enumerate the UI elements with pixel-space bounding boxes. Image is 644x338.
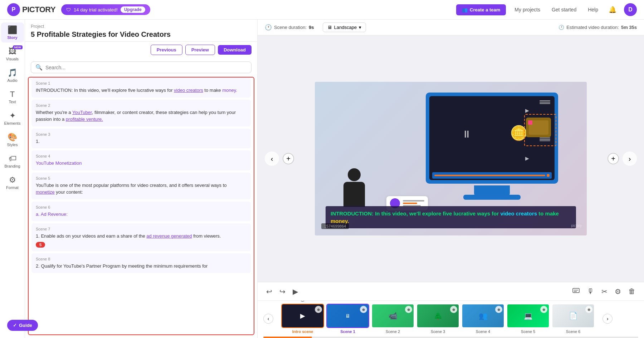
timeline-item-scene5[interactable]: 💻 ⊕ Scene 5	[507, 304, 550, 334]
timeline-item-scene6[interactable]: 📄 ⊕ Scene 6	[552, 304, 595, 334]
help-link[interactable]: Help	[585, 5, 601, 14]
sidebar-item-audio[interactable]: 🎵 Audio	[1, 65, 24, 85]
scene4-overlay-btn[interactable]: ⊕	[495, 306, 502, 313]
avatar[interactable]: D	[624, 3, 637, 16]
highlight-youtuber[interactable]: YouTuber	[72, 110, 92, 115]
timeline-thumb-intro: ▶ ⊕	[281, 304, 324, 328]
guide-label: Guide	[19, 323, 32, 328]
overlay-text: INTRODUCTION: In this video, we'll explo…	[331, 210, 571, 225]
scene6-overlay-btn[interactable]: ⊕	[585, 306, 592, 313]
sidebar-item-story[interactable]: ⬛ Story	[1, 23, 24, 43]
scene-block-6[interactable]: Scene 6 a. Ad Revenue:	[31, 202, 251, 222]
sidebar-item-styles[interactable]: 🎨 Styles	[1, 130, 24, 150]
get-started-link[interactable]: Get started	[549, 5, 579, 14]
search-bar: 🔍	[31, 61, 252, 73]
corner-label: pictory	[571, 224, 582, 228]
orientation-selector[interactable]: 🖥 Landscape ▾	[323, 23, 366, 32]
scene-text-6: a. Ad Revenue:	[36, 211, 247, 218]
eye-icon: 👁	[300, 301, 306, 304]
timeline-item-intro[interactable]: ▶ ⊕ 👁 Intro scene	[281, 304, 324, 334]
timeline-thumb-intro-wrapper: ▶ ⊕ 👁	[281, 304, 324, 328]
highlight-monetize[interactable]: monetize	[36, 189, 55, 195]
play-button[interactable]: ▶	[291, 286, 299, 297]
canvas-prev-button[interactable]: ‹	[265, 151, 279, 166]
scene-label-2: Scene 2	[36, 103, 247, 108]
notification-icon[interactable]: 🔔	[607, 4, 618, 15]
sidebar-item-visuals[interactable]: NEW 🖼 Visuals	[1, 44, 24, 64]
scene-block-5[interactable]: Scene 5 YouTube is one of the most popul…	[31, 173, 251, 199]
highlight-ad-revenue: a. Ad Revenue:	[36, 212, 68, 217]
scene-block-2[interactable]: Scene 2 Whether you're a YouTuber, filmm…	[31, 100, 251, 126]
styles-icon: 🎨	[8, 133, 17, 142]
download-button[interactable]: Download	[218, 45, 252, 55]
scene-count-badge: 5	[36, 242, 45, 248]
scene-block-3[interactable]: Scene 3 1.	[31, 129, 251, 149]
add-scene-right-button[interactable]: +	[608, 153, 619, 164]
scene-label-8: Scene 8	[36, 257, 247, 261]
person-head	[348, 168, 361, 181]
scissors-button[interactable]: ✂	[600, 285, 609, 298]
timeline-item-scene4[interactable]: 👥 ⊕ Scene 4	[462, 304, 504, 334]
svg-rect-2	[573, 288, 579, 293]
intro-overlay-btn[interactable]: ⊕	[315, 306, 322, 313]
overlay-highlight-1: video creators	[501, 210, 537, 217]
sidebar-item-branding[interactable]: 🏷 Branding	[1, 151, 24, 171]
indicator-dot	[528, 120, 532, 125]
text-overlay: INTRODUCTION: In this video, we'll explo…	[326, 206, 576, 228]
profile-line-1	[403, 200, 424, 202]
timeline-item-scene2[interactable]: 📹 ⊕ Scene 2	[371, 304, 414, 334]
script-header: Project 5 Profitable Strategies for Vide…	[25, 20, 257, 42]
logo[interactable]: P PICTORY	[7, 3, 55, 16]
timeline-next-button[interactable]: ›	[602, 314, 613, 324]
monitor-base	[463, 195, 521, 200]
video-panel: 🕐 Scene duration: 9s 🖥 Landscape ▾ 🕐 Est…	[258, 20, 644, 338]
sidebar-item-elements[interactable]: ✦ Elements	[1, 108, 24, 128]
upgrade-button[interactable]: Upgrade	[121, 6, 145, 13]
scene-label-1: Scene 1	[36, 81, 247, 85]
redo-button[interactable]: ↪	[278, 286, 287, 297]
canvas-next-button[interactable]: ›	[623, 151, 637, 166]
scene-block-4[interactable]: Scene 4 YouTube Monetization	[31, 150, 251, 170]
sidebar-text-label: Text	[9, 100, 16, 104]
timeline-prev-button[interactable]: ‹	[263, 314, 273, 324]
person-figure	[343, 168, 365, 207]
sidebar-item-format[interactable]: ⚙ Format	[1, 173, 24, 193]
mic-button[interactable]: 🎙	[586, 285, 596, 298]
scene5-overlay-btn[interactable]: ⊕	[540, 306, 547, 313]
scene2-overlay-btn[interactable]: ⊕	[405, 306, 412, 313]
check-icon: ✓	[13, 323, 17, 328]
scene1-overlay-btn[interactable]: ⊕	[360, 306, 367, 313]
scene-text-1: INTRODUCTION: In this video, we'll explo…	[36, 87, 247, 94]
highlight-ad-revenue-generated[interactable]: ad revenue generated	[146, 233, 192, 239]
intro-play-icon: ▶	[300, 312, 305, 320]
scene1-content: 🖥	[345, 313, 350, 319]
timeline-item-scene3[interactable]: 🌲 ⊕ Scene 3	[416, 304, 459, 334]
sidebar-item-text[interactable]: T Text	[1, 87, 24, 107]
create-team-button[interactable]: 👥 Create a team	[456, 4, 506, 15]
main-layout: ⬛ Story NEW 🖼 Visuals 🎵 Audio T Text ✦ E…	[0, 20, 644, 338]
branding-icon: 🏷	[9, 154, 16, 163]
search-input[interactable]	[45, 65, 247, 70]
caption-button[interactable]	[571, 285, 581, 298]
my-projects-link[interactable]: My projects	[512, 5, 543, 14]
trial-text: 14 day trial activated!	[74, 7, 118, 13]
timeline-item-scene1[interactable]: 🖥 ⊕ Scene 1	[326, 304, 369, 334]
previous-button[interactable]: Previous	[151, 45, 182, 55]
scene-block-7[interactable]: Scene 7 1. Enable ads on your videos and…	[31, 223, 251, 251]
clock2-icon: 🕐	[558, 25, 564, 30]
pictory-logo-icon: P	[7, 3, 20, 16]
preview-button[interactable]: Preview	[185, 45, 215, 55]
settings-button[interactable]: ⚙	[613, 285, 623, 298]
add-scene-left-button[interactable]: +	[283, 153, 294, 164]
chevron-down-icon: ▾	[359, 25, 361, 30]
scene-block-1[interactable]: Scene 1 INTRODUCTION: In this video, we'…	[31, 78, 251, 98]
undo-button[interactable]: ↩	[265, 286, 274, 297]
highlight-video-creators[interactable]: video creators	[174, 88, 203, 93]
scenes-container: Scene 1 INTRODUCTION: In this video, we'…	[28, 77, 254, 335]
timeline-thumb-scene6: 📄 ⊕	[552, 304, 595, 328]
delete-button[interactable]: 🗑	[627, 285, 637, 298]
scene3-overlay-btn[interactable]: ⊕	[450, 306, 457, 313]
guide-button[interactable]: ✓ Guide	[7, 320, 38, 331]
highlight-profitable-venture[interactable]: profitable venture.	[66, 116, 103, 122]
scene-block-8[interactable]: Scene 8 2. Qualify for YouTube's Partner…	[31, 253, 251, 273]
